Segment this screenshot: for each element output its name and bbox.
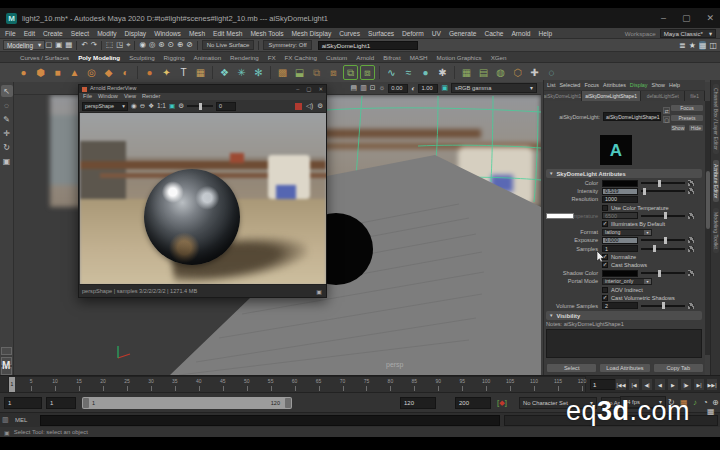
shelf-icon-26[interactable]: ●	[418, 65, 433, 80]
slider-temperature[interactable]	[641, 215, 685, 217]
snapshot-icon[interactable]: ▣	[169, 103, 175, 110]
menu-uv[interactable]: UV	[432, 30, 441, 37]
menu-set-dropdown[interactable]: Modeling ▾	[3, 40, 45, 50]
renderview-zoom-slider[interactable]	[187, 105, 213, 107]
playback-button-0[interactable]: |◀◀	[615, 378, 627, 391]
exposure-field[interactable]: 0.00	[388, 84, 408, 93]
shelf-icon-29[interactable]: ▦	[459, 65, 474, 80]
close-button[interactable]: ✕	[706, 14, 714, 23]
status-icon[interactable]: ⬚	[106, 41, 113, 49]
shelf-icon-15[interactable]: ✻	[251, 65, 266, 80]
ae-menu-show[interactable]: Show	[652, 82, 666, 88]
current-frame-marker[interactable]: 1	[9, 377, 15, 392]
shelf-icon-6[interactable]: ◐	[118, 65, 133, 80]
command-line-icon[interactable]: ▥	[2, 416, 9, 424]
current-frame-field[interactable]: 1	[590, 379, 616, 390]
symmetry-dropdown[interactable]: Symmetry: Off	[263, 40, 311, 50]
shelf-icon-8[interactable]: ●	[142, 65, 157, 80]
shelf-icon-10[interactable]: T	[176, 65, 191, 80]
collapse-arrow-icon[interactable]: ▼	[549, 171, 553, 176]
ae-menu-focus[interactable]: Focus	[584, 82, 599, 88]
rotate-tool[interactable]: ↻	[1, 141, 13, 153]
shelf-tab-rendering[interactable]: Rendering	[230, 54, 259, 62]
shelf-icon-2[interactable]: ■	[50, 65, 65, 80]
pin-node-icon[interactable]: ▢	[663, 116, 670, 123]
load-attributes-button[interactable]: Load Attributes	[599, 363, 650, 373]
menu-display[interactable]: Display	[125, 30, 147, 37]
menu-select[interactable]: Select	[71, 30, 89, 37]
shelf-tab-poly-modeling[interactable]: Poly Modeling	[78, 54, 120, 62]
zoom-slider-handle[interactable]	[199, 103, 202, 110]
shelf-icon-5[interactable]: ◆	[101, 65, 116, 80]
shelf-icon-17[interactable]: ▩	[275, 65, 290, 80]
status-icon[interactable]: ▢	[45, 41, 52, 49]
checkbox-use-color-temperature[interactable]	[602, 205, 608, 211]
slider-handle[interactable]	[664, 212, 667, 219]
menu-edit[interactable]: Edit	[24, 30, 35, 37]
shelf-icon-9[interactable]: ✦	[159, 65, 174, 80]
menu-surfaces[interactable]: Surfaces	[368, 30, 394, 37]
field-exposure[interactable]: 0.000	[602, 237, 638, 244]
stop-render-button[interactable]	[295, 103, 302, 110]
shelf-tab-bifrost[interactable]: Bifrost	[383, 54, 401, 62]
time-slider[interactable]: 1 51015202530354045505560657075808590951…	[0, 375, 720, 392]
shelf-tab-fx[interactable]: FX	[268, 54, 276, 62]
command-language-label[interactable]: MEL	[15, 417, 27, 423]
playback-start-field[interactable]: 1	[46, 397, 76, 409]
timeline-track[interactable]: 1 51015202530354045505560657075808590951…	[8, 376, 586, 393]
shelf-icon-11[interactable]: ▦	[193, 65, 208, 80]
section-visibility[interactable]: ▼Visibility	[546, 311, 702, 320]
gear-icon[interactable]: ⚙	[178, 103, 184, 110]
status-icon[interactable]: ⊙	[168, 41, 174, 49]
lasso-tool[interactable]: ◌	[1, 99, 13, 111]
animation-start-field[interactable]: 1	[4, 397, 42, 409]
scrollbar-thumb[interactable]	[706, 171, 710, 229]
gamma-field[interactable]: 1.00	[418, 84, 438, 93]
checkbox-illuminates-by-default[interactable]: ✓	[602, 221, 608, 227]
status-icon[interactable]: ◉	[139, 41, 146, 49]
shelf-tab-mash[interactable]: MASH	[410, 54, 428, 62]
section-skydomelight-attributes[interactable]: ▼SkyDomeLight Attributes	[546, 169, 702, 178]
sidebar-toggle-icon[interactable]: ◫	[709, 41, 717, 50]
notes-textarea[interactable]	[546, 329, 702, 358]
checker-map-icon[interactable]	[688, 246, 694, 252]
layout-single-pane-button[interactable]	[1, 347, 12, 355]
playback-button-5[interactable]: |▶	[680, 378, 692, 391]
viewport-toolbar-icon[interactable]: ▤	[351, 84, 358, 92]
shelf-icon-18[interactable]: ⬓	[292, 65, 307, 80]
range-start-handle[interactable]	[83, 398, 89, 408]
sound-icon[interactable]: ♪	[693, 398, 697, 407]
menu-cache[interactable]: Cache	[484, 30, 503, 37]
renderview-toolbar-icon[interactable]: ◉	[131, 103, 137, 110]
slider-color[interactable]	[641, 182, 685, 184]
ae-menu-help[interactable]: Help	[669, 82, 680, 88]
dropdown-portal-mode[interactable]: interior_only▾	[602, 278, 652, 285]
select-button[interactable]: Select	[546, 363, 597, 373]
ae-tab-file1[interactable]: file1	[685, 91, 705, 101]
renderview-close-button[interactable]: ✕	[318, 85, 323, 93]
slider-intensity[interactable]	[641, 190, 685, 192]
menu-arnold[interactable]: Arnold	[511, 30, 530, 37]
shelf-icon-20[interactable]: ⧈	[326, 65, 341, 80]
shelf-tab-xgen[interactable]: XGen	[491, 54, 507, 62]
speaker-icon[interactable]: ◁)	[306, 103, 313, 110]
menu-windows[interactable]: Windows	[154, 30, 181, 37]
field-temperature[interactable]: 6500	[602, 212, 638, 219]
shelf-tab-fx-caching[interactable]: FX Caching	[285, 54, 317, 62]
menu-mesh[interactable]: Mesh	[189, 30, 205, 37]
slider-handle[interactable]	[653, 245, 656, 252]
command-input[interactable]	[40, 415, 500, 426]
menu-edit-mesh[interactable]: Edit Mesh	[213, 30, 242, 37]
field-intensity[interactable]: 0.519	[602, 188, 638, 195]
ae-tab-aiskydomelight1[interactable]: aiSkyDomeLight1	[544, 91, 582, 101]
playback-button-3[interactable]: ◀	[654, 378, 666, 391]
view-transform-dropdown[interactable]: sRGB gamma ▾	[451, 83, 537, 93]
sidebar-toggle-icon[interactable]: ★	[689, 41, 696, 50]
animation-end-field[interactable]: 200	[455, 397, 491, 409]
slider-exposure[interactable]	[641, 239, 685, 241]
sidebar-toggle-icon[interactable]: ▦	[699, 41, 707, 50]
slider-shadow-color[interactable]	[641, 272, 685, 274]
select-tool[interactable]: ↖	[1, 85, 13, 97]
checker-map-icon[interactable]	[688, 188, 694, 194]
renderview-minimize-button[interactable]: –	[296, 85, 299, 93]
